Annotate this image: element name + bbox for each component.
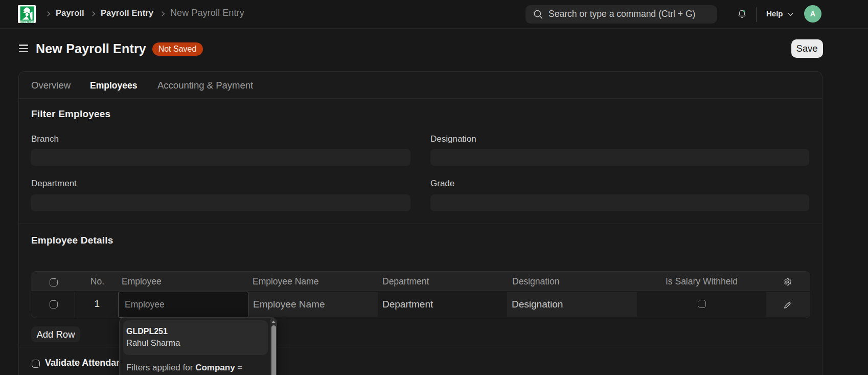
svg-text:GROTECH: GROTECH — [20, 20, 34, 24]
